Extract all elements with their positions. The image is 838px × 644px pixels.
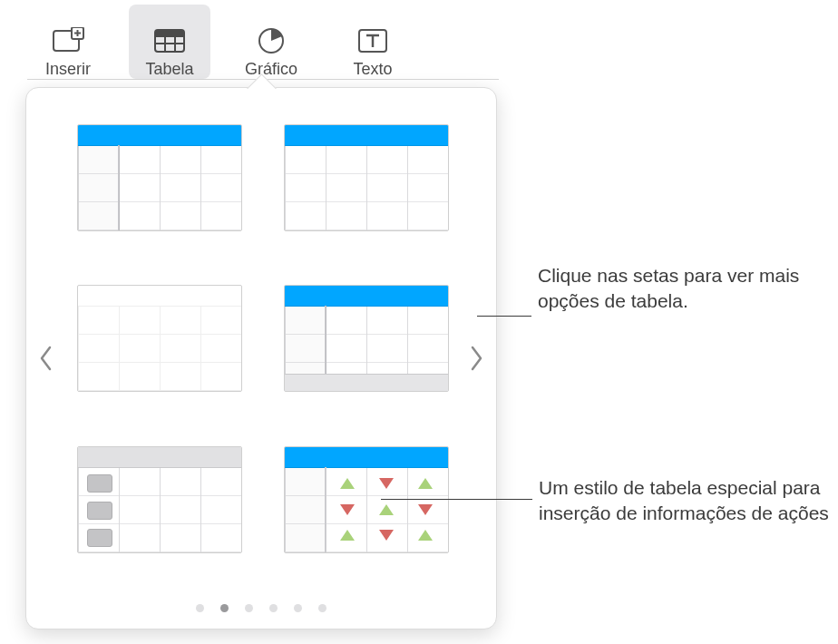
callout-arrows: Clique nas setas para ver mais opções de… (538, 263, 837, 315)
toolbar-chart-label: Gráfico (245, 60, 297, 79)
table-styles-popover (25, 78, 495, 628)
toolbar-text[interactable]: Texto (332, 5, 414, 79)
toolbar-insert[interactable]: Inserir (27, 5, 109, 79)
table-style-5[interactable] (77, 446, 242, 553)
table-style-2[interactable] (284, 124, 449, 231)
toolbar-table[interactable]: Tabela (129, 5, 210, 79)
page-dot-5[interactable] (294, 604, 302, 612)
toolbar: Inserir Tabela Gráfico (27, 5, 499, 80)
table-style-4[interactable] (284, 285, 449, 392)
table-style-grid (77, 124, 445, 574)
stock-arrows-icon (327, 471, 444, 549)
chart-icon (253, 25, 289, 56)
page-dot-1[interactable] (196, 604, 204, 612)
page-dot-3[interactable] (245, 604, 253, 612)
insert-icon (50, 25, 86, 56)
toolbar-text-label: Texto (353, 60, 392, 79)
page-dots (26, 604, 496, 612)
page-dot-2[interactable] (220, 604, 229, 612)
popover-caret (247, 73, 277, 103)
table-icon (151, 25, 188, 56)
toolbar-table-label: Tabela (145, 60, 193, 79)
table-style-3[interactable] (77, 285, 242, 392)
text-icon (355, 25, 391, 56)
svg-rect-5 (156, 31, 183, 37)
callout-arrows-text: Clique nas setas para ver mais opções de… (538, 265, 799, 311)
previous-page-button[interactable] (34, 331, 59, 385)
callout-leader-line (477, 316, 531, 317)
toolbar-chart[interactable]: Gráfico (230, 5, 312, 79)
toolbar-insert-label: Inserir (45, 60, 91, 79)
page-dot-6[interactable] (318, 604, 326, 612)
callout-stock-style: Um estilo de tabela especial para inserç… (539, 475, 838, 527)
next-page-button[interactable] (463, 331, 489, 385)
page-dot-4[interactable] (269, 604, 278, 612)
callout-stock-text: Um estilo de tabela especial para inserç… (539, 477, 829, 523)
callout-leader-line (381, 499, 532, 500)
table-style-1[interactable] (77, 124, 242, 231)
